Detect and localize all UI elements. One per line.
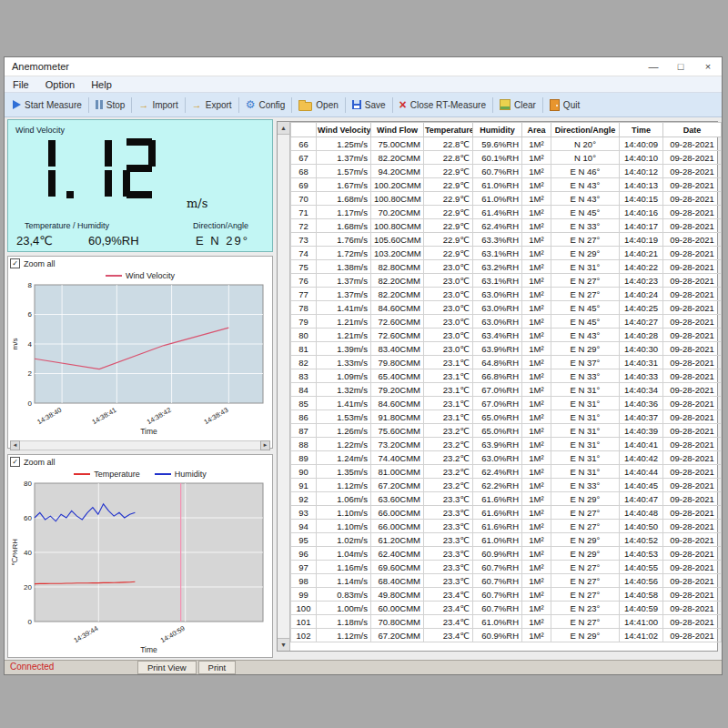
table-row[interactable]: 681.57m/s94.20CMM22.9℃60.7%RH1M²E N 46°1… (291, 165, 722, 178)
table-row[interactable]: 731.76m/s105.60CMM22.9℃63.3%RH1M²E N 27°… (291, 233, 722, 247)
table-row[interactable]: 751.38m/s82.80CMM23.0℃63.2%RH1M²E N 31°1… (291, 260, 722, 274)
table-row[interactable]: 811.39m/s83.40CMM23.0℃63.9%RH1M²E N 29°1… (291, 342, 722, 356)
temp-humidity-chart-legend: Temperature Humidity (10, 468, 270, 480)
table-row[interactable]: 1021.12m/s67.20CMM23.4℃60.9%RH1M²E N 29°… (291, 629, 722, 642)
humidity-legend-swatch (155, 473, 171, 475)
quit-icon (550, 99, 560, 111)
menu-help[interactable]: Help (83, 78, 120, 91)
scroll-left-icon[interactable]: ◄ (10, 440, 20, 450)
title-bar: Anemometer — □ × (5, 57, 722, 76)
table-row[interactable]: 901.35m/s81.00CMM23.2℃62.4%RH1M²E N 31°1… (291, 465, 722, 479)
column-header: Direction/Angle (551, 123, 620, 137)
lcd-panel: Wind Velocity m/s Temperature / Humidity… (7, 119, 273, 252)
table-row[interactable]: 841.32m/s79.20CMM23.1℃67.0%RH1M²E N 31°1… (291, 383, 722, 397)
table-row[interactable]: 851.41m/s84.60CMM23.1℃67.0%RH1M²E N 31°1… (291, 397, 722, 410)
table-row[interactable]: 981.14m/s68.40CMM23.3℃60.7%RH1M²E N 27°1… (291, 574, 722, 588)
zoom-all-checkbox[interactable]: ✓ (10, 258, 20, 268)
table-row[interactable]: 951.02m/s61.20CMM23.3℃61.0%RH1M²E N 29°1… (291, 533, 722, 547)
table-row[interactable]: 971.16m/s69.60CMM23.3℃60.7%RH1M²E N 27°1… (291, 561, 722, 574)
table-row[interactable]: 771.37m/s82.20CMM23.0℃63.0%RH1M²E N 27°1… (291, 288, 722, 301)
table-row[interactable]: 831.09m/s65.40CMM23.1℃66.8%RH1M²E N 33°1… (291, 369, 722, 383)
toolbar-separator (185, 97, 186, 113)
table-row[interactable]: 701.68m/s100.80CMM22.9℃61.0%RH1M²E N 43°… (291, 192, 722, 206)
print-view-button[interactable]: Print View (137, 661, 197, 674)
column-header: Wind Velocity (317, 123, 371, 137)
table-row[interactable]: 941.10m/s66.00CMM23.3℃61.6%RH1M²E N 27°1… (291, 520, 722, 533)
toolbar-separator (492, 97, 493, 113)
velocity-unit: m/s (187, 197, 207, 210)
table-row[interactable]: 961.04m/s62.40CMM23.3℃60.9%RH1M²E N 29°1… (291, 547, 722, 561)
table-row[interactable]: 741.72m/s103.20CMM22.9℃63.1%RH1M²E N 29°… (291, 247, 722, 260)
zoom-all-checkbox[interactable]: ✓ (10, 457, 20, 467)
velocity-chart-hscrollbar[interactable]: ◄ ► (10, 440, 270, 450)
menu-option[interactable]: Option (37, 78, 83, 91)
close-icon: × (399, 99, 407, 110)
table-row[interactable]: 911.12m/s67.20CMM23.2℃62.2%RH1M²E N 33°1… (291, 479, 722, 492)
save-icon (352, 100, 361, 109)
table-row[interactable]: 881.22m/s73.20CMM23.2℃63.9%RH1M²E N 31°1… (291, 438, 722, 451)
toolbar-separator (238, 97, 239, 113)
toolbar-separator (291, 97, 292, 113)
toolbar-separator (131, 97, 132, 113)
column-header: Area (522, 123, 551, 137)
maximize-button[interactable]: □ (667, 57, 694, 76)
direction-value: E N 29° (196, 234, 249, 248)
table-row[interactable]: 801.21m/s72.60CMM23.0℃63.4%RH1M²E N 43°1… (291, 329, 722, 342)
column-header: Date (663, 123, 722, 137)
wind-velocity-legend-swatch (106, 275, 122, 277)
minimize-button[interactable]: — (640, 57, 667, 76)
scroll-up-icon[interactable]: ▲ (278, 122, 289, 135)
svg-text:8: 8 (28, 281, 33, 289)
table-row[interactable]: 671.37m/s82.20CMM22.8℃60.1%RH1M²N 10°14:… (291, 151, 722, 165)
scroll-down-icon[interactable]: ▼ (278, 638, 289, 651)
table-row[interactable]: 781.41m/s84.60CMM23.0℃63.0%RH1M²E N 45°1… (291, 301, 722, 315)
svg-text:80: 80 (24, 480, 32, 488)
table-row[interactable]: 931.10m/s66.00CMM23.3℃61.6%RH1M²E N 27°1… (291, 506, 722, 520)
menu-file[interactable]: File (5, 78, 37, 91)
close-rt-measure-button[interactable]: × Close RT-Measure (394, 96, 491, 113)
table-row[interactable]: 861.53m/s91.80CMM23.1℃65.0%RH1M²E N 31°1… (291, 410, 722, 424)
import-button[interactable]: → Import (133, 97, 183, 113)
table-vscrollbar[interactable]: ▲ ▼ (278, 122, 290, 651)
clear-button[interactable]: Clear (494, 96, 541, 113)
column-header: Time (620, 123, 663, 137)
table-row[interactable]: 921.06m/s63.60CMM23.3℃61.6%RH1M²E N 29°1… (291, 492, 722, 506)
start-measure-button[interactable]: Start Measure (7, 97, 87, 113)
stop-button[interactable]: Stop (90, 97, 131, 113)
table-row[interactable]: 661.25m/s75.00CMM22.8℃59.6%RH1M²N 20°14:… (291, 137, 722, 151)
pause-icon (96, 100, 98, 109)
table-row[interactable]: 990.83m/s49.80CMM23.4℃60.7%RH1M²E N 27°1… (291, 588, 722, 602)
save-button[interactable]: Save (347, 97, 391, 113)
gear-icon: ⚙ (246, 99, 256, 110)
config-button[interactable]: ⚙ Config (240, 96, 291, 113)
table-row[interactable]: 761.37m/s82.20CMM23.0℃63.1%RH1M²E N 27°1… (291, 274, 722, 288)
table-row[interactable]: 891.24m/s74.40CMM23.2℃63.0%RH1M²E N 31°1… (291, 451, 722, 465)
print-button[interactable]: Print (198, 661, 237, 674)
export-button[interactable]: → Export (187, 97, 238, 113)
svg-text:0: 0 (28, 618, 33, 626)
table-row[interactable]: 721.68m/s100.80CMM22.9℃62.4%RH1M²E N 33°… (291, 219, 722, 233)
close-button[interactable]: × (694, 57, 722, 76)
toolbar: Start Measure Stop → Import → Export ⚙ C… (5, 93, 722, 117)
table-row[interactable]: 791.21m/s72.60CMM23.0℃63.0%RH1M²E N 45°1… (291, 315, 722, 329)
column-header: Temperature (424, 123, 473, 137)
scroll-right-icon[interactable]: ► (260, 440, 270, 450)
table-row[interactable]: 1011.18m/s70.80CMM23.4℃61.0%RH1M²E N 27°… (291, 615, 722, 629)
table-row[interactable]: 691.67m/s100.20CMM22.9℃61.0%RH1M²E N 43°… (291, 178, 722, 192)
app-window: Anemometer — □ × File Option Help Start … (4, 56, 723, 675)
data-table: Wind VelocityWind FlowTemperatureHumidit… (290, 122, 722, 642)
client-area: Wind Velocity m/s Temperature / Humidity… (5, 117, 722, 660)
temp-humidity-label: Temperature / Humidity (25, 221, 109, 230)
svg-text:14:38:43: 14:38:43 (203, 406, 230, 426)
table-row[interactable]: 711.17m/s70.20CMM22.9℃61.4%RH1M²E N 45°1… (291, 206, 722, 219)
quit-button[interactable]: Quit (544, 96, 585, 114)
table-row[interactable]: 1001.00m/s60.00CMM23.4℃60.7%RH1M²E N 23°… (291, 602, 722, 615)
svg-text:2: 2 (28, 369, 33, 378)
open-button[interactable]: Open (293, 96, 343, 114)
table-row[interactable]: 871.26m/s75.60CMM23.2℃65.0%RH1M²E N 31°1… (291, 424, 722, 438)
svg-text:40: 40 (24, 549, 32, 557)
table-row[interactable]: 821.33m/s79.80CMM23.1℃64.8%RH1M²E N 37°1… (291, 356, 722, 369)
connection-status: Connected (5, 661, 137, 674)
column-header: Humidity (473, 123, 522, 137)
svg-text:Time: Time (140, 645, 157, 654)
